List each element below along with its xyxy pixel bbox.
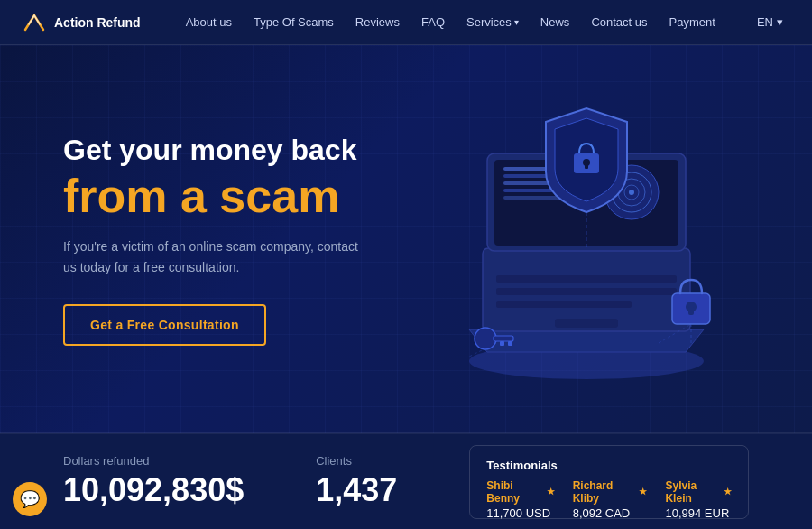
stats-bar: Dollars refunded 10,092,830$ Clients 1,4… [0, 433, 812, 529]
svg-rect-23 [688, 307, 694, 315]
nav-faq[interactable]: FAQ [412, 10, 454, 34]
services-chevron-icon: ▾ [514, 17, 519, 27]
testimonial-person-1: Richard Kliby ★ 8,092 CAD [573, 479, 648, 520]
hero-subtitle: If you're a victim of an online scam com… [63, 237, 370, 277]
svg-rect-5 [555, 319, 618, 328]
hero-illustration [406, 95, 749, 384]
dollars-value: 10,092,830$ [63, 471, 244, 509]
svg-rect-30 [508, 341, 512, 346]
svg-rect-20 [585, 162, 588, 169]
clients-stat: Clients 1,437 [316, 454, 397, 509]
svg-rect-31 [500, 341, 504, 346]
hero-section: Get your money back from a scam If you'r… [0, 45, 812, 433]
navbar: Action Refund About us Type Of Scams Rev… [0, 0, 812, 45]
hero-title-white: Get your money back [63, 133, 406, 167]
nav-contact-us[interactable]: Contact us [582, 10, 656, 34]
star-icon-0: ★ [547, 487, 555, 497]
nav-payment[interactable]: Payment [660, 10, 724, 34]
testimonial-amount-2: 10,994 EUR [665, 506, 732, 520]
nav-news[interactable]: News [531, 10, 579, 34]
testimonials-list: Shibi Benny ★ 11,700 USD Richard Kliby ★… [486, 479, 732, 520]
clients-label: Clients [316, 454, 397, 468]
dollars-refunded-stat: Dollars refunded 10,092,830$ [63, 454, 244, 509]
nav-about-us[interactable]: About us [177, 10, 241, 34]
testimonial-name-1: Richard Kliby ★ [573, 479, 648, 505]
testimonials-title: Testimonials [486, 459, 732, 472]
svg-point-17 [629, 190, 634, 195]
testimonials-box: Testimonials Shibi Benny ★ 11,700 USD Ri… [469, 445, 749, 519]
testimonial-person-2: Sylvia Klein ★ 10,994 EUR [665, 479, 732, 520]
cta-button[interactable]: Get a Free Consultation [63, 304, 266, 346]
svg-rect-29 [494, 336, 513, 341]
dollars-label: Dollars refunded [63, 454, 244, 468]
svg-rect-4 [496, 301, 632, 308]
testimonial-name-0: Shibi Benny ★ [486, 479, 554, 505]
testimonial-person-0: Shibi Benny ★ 11,700 USD [486, 479, 554, 520]
logo[interactable]: Action Refund [22, 10, 141, 35]
star-icon-1: ★ [639, 487, 647, 497]
svg-rect-3 [496, 288, 677, 295]
svg-rect-2 [496, 275, 677, 283]
testimonial-amount-0: 11,700 USD [486, 506, 554, 520]
nav-type-of-scams[interactable]: Type Of Scams [245, 10, 343, 34]
nav-reviews[interactable]: Reviews [346, 10, 409, 34]
nav-links: About us Type Of Scams Reviews FAQ Servi… [177, 10, 790, 34]
hero-title-yellow: from a scam [63, 171, 406, 222]
star-icon-2: ★ [724, 487, 732, 497]
hero-laptop-svg [406, 95, 749, 384]
hero-content: Get your money back from a scam If you'r… [63, 133, 406, 346]
testimonial-name-2: Sylvia Klein ★ [665, 479, 732, 505]
clients-value: 1,437 [316, 471, 397, 509]
logo-text: Action Refund [54, 15, 141, 30]
nav-services[interactable]: Services ▾ [457, 10, 528, 34]
chat-bubble-button[interactable]: 💬 [13, 482, 47, 516]
testimonial-amount-1: 8,092 CAD [573, 506, 648, 520]
lang-chevron-icon: ▾ [777, 15, 783, 29]
language-selector[interactable]: EN ▾ [750, 10, 790, 34]
chat-icon: 💬 [20, 489, 40, 509]
